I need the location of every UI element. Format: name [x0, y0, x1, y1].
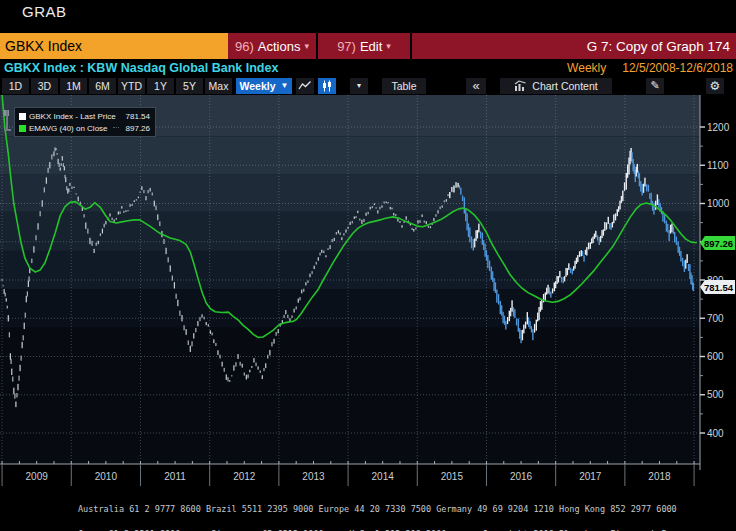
window-title: GRAB: [22, 3, 67, 20]
svg-text:600: 600: [707, 351, 724, 362]
svg-text:2014: 2014: [372, 471, 395, 482]
svg-text:2010: 2010: [95, 471, 118, 482]
svg-text:2011: 2011: [164, 471, 186, 482]
frequency-label: Weekly: [567, 61, 606, 75]
annotate-icon: ✎: [650, 79, 659, 92]
svg-text:2016: 2016: [510, 471, 533, 482]
graph-title-text: G 7: Copy of Graph 174: [587, 39, 730, 54]
chart-legend: GBKX Index - Last Price 781.54 EMAVG (40…: [14, 107, 156, 137]
svg-text:2017: 2017: [579, 471, 602, 482]
settings-button[interactable]: ⚙: [706, 78, 724, 94]
candlestick-icon: [321, 80, 333, 92]
last-price-tag: 781.54: [700, 280, 735, 294]
range-button-group: 1D3D1M6MYTD1Y5YMax: [2, 78, 234, 94]
svg-text:1200: 1200: [707, 122, 730, 133]
period-selector-label: Weekly: [240, 80, 276, 92]
annotate-button[interactable]: ✎: [646, 78, 664, 94]
pin-pole: [6, 110, 8, 129]
chart-canvas[interactable]: 4005006007008009001000110012002009201020…: [0, 95, 736, 487]
white-swatch-icon: [19, 113, 26, 120]
range-button-6m[interactable]: 6M: [89, 78, 116, 94]
legend-value: 781.54: [120, 112, 150, 121]
caret-down-icon: ▾: [304, 41, 309, 51]
svg-text:700: 700: [707, 313, 724, 324]
range-button-max[interactable]: Max: [205, 78, 232, 94]
double-chevron-left-icon: «: [472, 78, 479, 93]
svg-text:2012: 2012: [233, 471, 256, 482]
actions-label: Actions: [258, 39, 301, 54]
chart-content-label: Chart Content: [532, 80, 597, 92]
collapse-panel-button[interactable]: «: [466, 78, 486, 94]
price-chart[interactable]: 4005006007008009001000110012002009201020…: [0, 95, 736, 487]
range-button-5y[interactable]: 5Y: [176, 78, 203, 94]
chart-type-dropdown[interactable]: ▾: [350, 78, 368, 94]
command-menu-bar: 96) Actions ▾ 97) Edit ▾ G 7: Copy of Gr…: [228, 33, 736, 59]
terminal-footer: Australia 61 2 9777 8600 Brazil 5511 239…: [0, 488, 736, 531]
line-chart-icon: [298, 80, 312, 91]
range-button-1y[interactable]: 1Y: [147, 78, 174, 94]
bar-chart-icon: [514, 80, 527, 91]
edit-label: Edit: [360, 39, 382, 54]
range-button-ytd[interactable]: YTD: [118, 78, 145, 94]
range-button-3d[interactable]: 3D: [31, 78, 58, 94]
graph-title: G 7: Copy of Graph 174: [412, 33, 736, 59]
footer-contact-line: Australia 61 2 9777 8600 Brazil 5511 239…: [0, 505, 736, 513]
caret-down-icon: ▾: [386, 41, 391, 51]
legend-label: EMAVG (40) on Close: [29, 124, 108, 133]
svg-text:500: 500: [707, 389, 724, 400]
candlestick-chart-type-button[interactable]: [318, 78, 336, 94]
chart-title-bar: GBKX Index : KBW Nasdaq Global Bank Inde…: [0, 59, 736, 76]
table-button[interactable]: Table: [382, 78, 426, 94]
chart-content-button[interactable]: Chart Content: [500, 78, 612, 94]
svg-text:2013: 2013: [302, 471, 325, 482]
actions-shortcut-number: 96): [235, 39, 254, 54]
date-range-label: 12/5/2008-12/6/2018: [622, 61, 733, 75]
svg-text:2009: 2009: [26, 471, 49, 482]
svg-text:1100: 1100: [707, 160, 729, 171]
caret-down-icon: ▼: [281, 81, 289, 90]
security-title: GBKX Index : KBW Nasdaq Global Bank Inde…: [4, 61, 278, 75]
legend-item-emavg[interactable]: EMAVG (40) on Close 897.26: [19, 122, 150, 134]
svg-text:2015: 2015: [441, 471, 464, 482]
chart-toolbar: 1D3D1M6MYTD1Y5YMax Weekly ▼ ▾ Table « Ch…: [2, 77, 734, 94]
legend-value: 897.26: [126, 124, 150, 133]
edit-button[interactable]: 97) Edit ▾: [318, 33, 410, 59]
svg-text:2018: 2018: [648, 471, 671, 482]
range-button-1d[interactable]: 1D: [2, 78, 29, 94]
edit-shortcut-number: 97): [337, 39, 356, 54]
svg-text:1000: 1000: [707, 198, 730, 209]
legend-label: GBKX Index - Last Price: [29, 112, 116, 121]
line-chart-type-button[interactable]: [296, 78, 314, 94]
command-bar: GBKX Index 96) Actions ▾ 97) Edit ▾ G 7:…: [0, 33, 736, 59]
legend-leader: [113, 127, 119, 128]
legend-item-last-price[interactable]: GBKX Index - Last Price 781.54: [19, 110, 150, 122]
emavg-price-tag: 897.26: [700, 236, 735, 250]
green-swatch-icon: [19, 125, 26, 132]
bloomberg-terminal-window: GRAB GBKX Index 96) Actions ▾ 97) Edit ▾…: [0, 0, 736, 531]
svg-text:400: 400: [707, 428, 724, 439]
gear-icon: ⚙: [710, 79, 721, 93]
pin-base: [4, 129, 11, 131]
period-selector-dropdown[interactable]: Weekly ▼: [236, 78, 292, 94]
legend-pin-icon[interactable]: [4, 110, 14, 134]
caret-down-icon: ▾: [357, 81, 361, 90]
ticker-input[interactable]: GBKX Index: [0, 33, 228, 59]
range-button-1m[interactable]: 1M: [60, 78, 87, 94]
actions-button[interactable]: 96) Actions ▾: [228, 33, 316, 59]
